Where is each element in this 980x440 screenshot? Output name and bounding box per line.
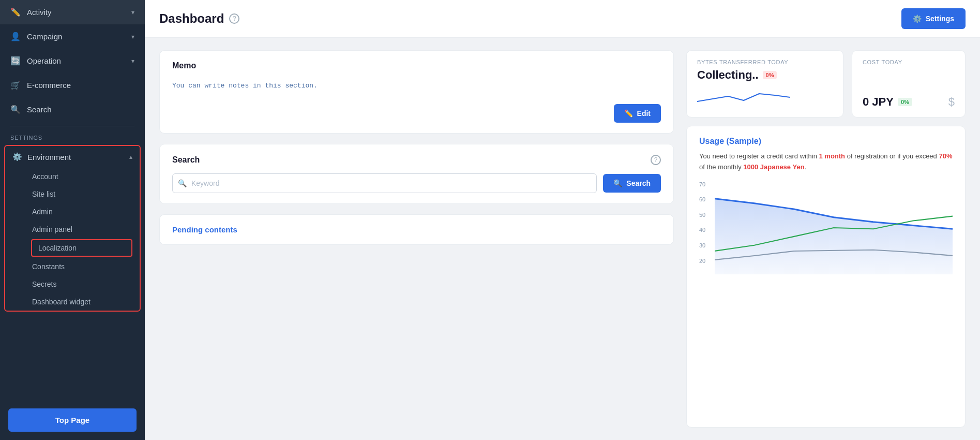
main-header: Dashboard ? ⚙️ Settings [145,0,980,38]
gear-icon: ⚙️ [913,14,922,23]
search-nav-icon: 🔍 [10,105,21,114]
search-card: Search ? 🔍 🔍 Search [159,144,674,204]
sidebar-item-search[interactable]: 🔍 Search [0,97,145,122]
sidebar-item-label: Search [27,105,52,114]
settings-section-label: SETTINGS [0,130,145,143]
chevron-down-icon: ▾ [131,9,134,16]
main-body: Memo You can write notes in this section… [145,38,980,440]
chevron-down-icon: ▾ [131,57,134,65]
environment-label: Environment [27,153,71,162]
metrics-row: BYTES TRANSFERRED TODAY Collecting.. 0% … [686,50,966,118]
bytes-badge: 0% [763,71,777,79]
bytes-card: BYTES TRANSFERRED TODAY Collecting.. 0% [686,50,843,118]
chevron-up-icon: ▴ [129,153,132,160]
bytes-label: BYTES TRANSFERRED TODAY [697,59,833,65]
sidebar-sub-item-localization[interactable]: Localization [31,239,132,257]
sidebar-item-label: Operation [27,56,61,65]
chart-y-labels: 70 60 50 40 30 20 [699,181,714,264]
sidebar-divider [10,126,134,126]
search-input-row: 🔍 🔍 Search [172,173,661,193]
header-title-group: Dashboard ? [159,11,239,26]
cost-value-row: 0 JPY 0% $ [863,95,955,109]
search-input-icon: 🔍 [178,179,187,187]
sidebar-sub-item-secrets[interactable]: Secrets [5,275,140,293]
sidebar: ✏️ Activity ▾ 👤 Campaign ▾ 🔄 Operation ▾… [0,0,145,440]
sidebar-item-label: E-commerce [27,81,71,90]
edit-button-label: Edit [637,109,651,118]
usage-title: Usage (Sample) [699,137,953,146]
campaign-icon: 👤 [10,32,21,41]
pending-title: Pending contents [172,225,661,234]
ecommerce-icon: 🛒 [10,80,21,90]
dollar-icon: $ [948,95,955,109]
memo-card: Memo You can write notes in this section… [159,50,674,134]
search-input-wrap: 🔍 [172,173,597,193]
sidebar-item-label: Campaign [27,32,62,41]
environment-section: ⚙️ Environment ▴ Account Site list Admin… [4,145,141,312]
sidebar-sub-item-admin[interactable]: Admin [5,203,140,221]
memo-footer: ✏️ Edit [172,104,661,123]
search-button[interactable]: 🔍 Search [603,174,661,193]
memo-title: Memo [172,61,661,70]
usage-description: You need to register a credit card withi… [699,151,953,173]
search-card-title: Search [172,155,200,165]
line-chart-svg [715,181,953,274]
sidebar-sub-item-account[interactable]: Account [5,168,140,185]
operation-icon: 🔄 [10,56,21,66]
pending-card: Pending contents [159,214,674,245]
edit-button[interactable]: ✏️ Edit [614,104,661,123]
cost-value: 0 JPY [863,95,894,109]
settings-button-label: Settings [926,14,954,23]
cost-label: COST TODAY [863,59,955,65]
search-btn-icon: 🔍 [613,179,622,187]
page-title: Dashboard [159,11,224,26]
bytes-value: Collecting.. [697,68,759,82]
sidebar-sub-item-site-list[interactable]: Site list [5,185,140,203]
left-column: Memo You can write notes in this section… [159,50,674,428]
sidebar-item-environment[interactable]: ⚙️ Environment ▴ [5,146,140,168]
sidebar-sub-item-constants[interactable]: Constants [5,258,140,275]
help-icon[interactable]: ? [229,13,239,24]
edit-icon: ✏️ [624,109,633,118]
right-column: BYTES TRANSFERRED TODAY Collecting.. 0% … [686,50,966,428]
activity-icon: ✏️ [10,7,21,17]
svg-marker-0 [715,198,953,274]
sidebar-sub-item-admin-panel[interactable]: Admin panel [5,221,140,238]
search-card-header: Search ? [172,155,661,165]
settings-button[interactable]: ⚙️ Settings [901,8,966,29]
search-help-icon[interactable]: ? [651,155,661,165]
sidebar-item-campaign[interactable]: 👤 Campaign ▾ [0,24,145,49]
usage-chart: 70 60 50 40 30 20 [699,181,953,274]
cost-badge: 0% [898,98,912,106]
search-button-label: Search [626,179,651,187]
search-input[interactable] [172,173,597,193]
bytes-mini-chart [697,86,833,109]
sidebar-nav: ✏️ Activity ▾ 👤 Campaign ▾ 🔄 Operation ▾… [0,0,145,400]
sidebar-sub-item-dashboard-widget[interactable]: Dashboard widget [5,293,140,311]
cost-card: COST TODAY 0 JPY 0% $ [852,50,966,118]
sidebar-item-label: Activity [27,8,52,17]
gear-icon: ⚙️ [12,152,22,162]
sidebar-item-activity[interactable]: ✏️ Activity ▾ [0,0,145,24]
sidebar-item-ecommerce[interactable]: 🛒 E-commerce [0,73,145,97]
memo-content: You can write notes in this section. [172,78,661,100]
usage-card: Usage (Sample) You need to register a cr… [686,126,966,428]
top-page-button[interactable]: Top Page [8,408,137,432]
chevron-down-icon: ▾ [131,33,134,40]
sidebar-item-operation[interactable]: 🔄 Operation ▾ [0,49,145,73]
bytes-value-row: Collecting.. 0% [697,68,833,82]
main-content: Dashboard ? ⚙️ Settings Memo You can wri… [145,0,980,440]
